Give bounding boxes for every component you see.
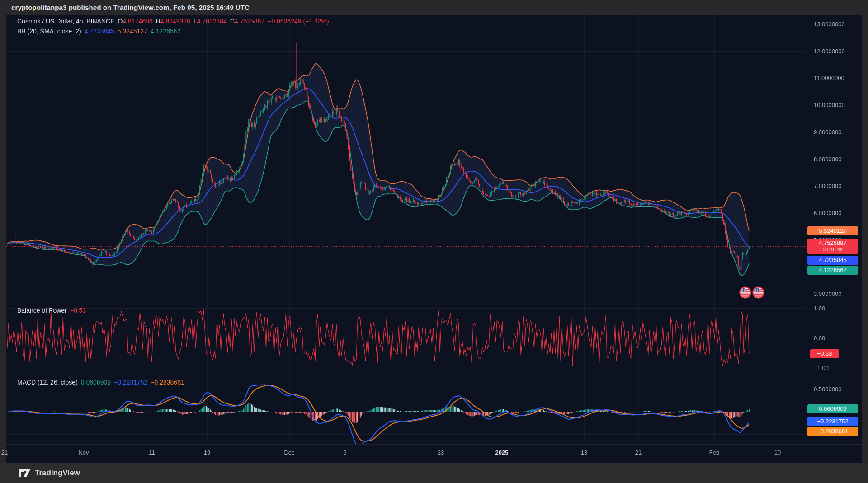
tradingview-logo-icon <box>18 468 31 478</box>
tradingview-brand-text: TradingView <box>35 469 80 478</box>
publish-info-text: cryptopolitanpa3 published on TradingVie… <box>11 4 250 11</box>
us-flag-event-icon[interactable] <box>752 286 764 299</box>
chart-canvas[interactable] <box>0 0 868 483</box>
tradingview-logo[interactable]: TradingView <box>18 468 80 478</box>
brand-bar: TradingView <box>0 463 868 483</box>
tradingview-published-chart: cryptopolitanpa3 published on TradingVie… <box>0 0 868 483</box>
publish-info-bar: cryptopolitanpa3 published on TradingVie… <box>0 0 868 15</box>
us-flag-event-icon[interactable] <box>739 286 751 299</box>
